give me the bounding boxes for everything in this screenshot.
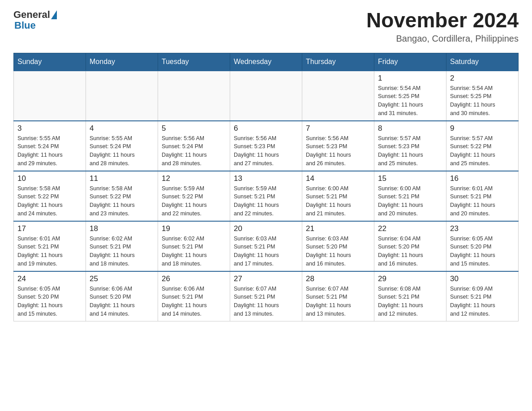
- day-info: Sunrise: 5:58 AM Sunset: 5:22 PM Dayligh…: [90, 184, 154, 218]
- calendar-week-row: 3Sunrise: 5:55 AM Sunset: 5:24 PM Daylig…: [14, 121, 519, 171]
- logo: General Blue: [13, 9, 57, 31]
- day-info: Sunrise: 5:56 AM Sunset: 5:23 PM Dayligh…: [234, 134, 298, 168]
- day-number: 1: [378, 74, 442, 83]
- title-area: November 2024 Bangao, Cordillera, Philip…: [366, 9, 519, 44]
- calendar-day-header: Friday: [374, 53, 446, 71]
- day-info: Sunrise: 6:08 AM Sunset: 5:21 PM Dayligh…: [378, 285, 442, 318]
- day-info: Sunrise: 5:56 AM Sunset: 5:23 PM Dayligh…: [306, 134, 370, 168]
- day-number: 12: [162, 174, 226, 183]
- day-info: Sunrise: 5:54 AM Sunset: 5:25 PM Dayligh…: [378, 84, 442, 118]
- day-number: 15: [378, 174, 442, 183]
- main-title: November 2024: [366, 9, 519, 32]
- subtitle: Bangao, Cordillera, Philippines: [366, 34, 519, 44]
- day-info: Sunrise: 6:00 AM Sunset: 5:21 PM Dayligh…: [378, 184, 442, 218]
- calendar-day-header: Saturday: [446, 53, 519, 71]
- day-number: 10: [17, 174, 82, 183]
- calendar-day-cell: 2Sunrise: 5:54 AM Sunset: 5:25 PM Daylig…: [446, 71, 519, 121]
- day-info: Sunrise: 6:09 AM Sunset: 5:21 PM Dayligh…: [450, 285, 515, 318]
- calendar-day-cell: 15Sunrise: 6:00 AM Sunset: 5:21 PM Dayli…: [374, 171, 446, 221]
- day-number: 26: [162, 274, 226, 283]
- calendar-day-cell: 4Sunrise: 5:55 AM Sunset: 5:24 PM Daylig…: [86, 121, 158, 171]
- day-info: Sunrise: 6:01 AM Sunset: 5:21 PM Dayligh…: [450, 184, 515, 218]
- calendar-day-cell: 3Sunrise: 5:55 AM Sunset: 5:24 PM Daylig…: [14, 121, 86, 171]
- day-number: 20: [234, 224, 298, 233]
- calendar-day-header: Monday: [86, 53, 158, 71]
- calendar-day-cell: 11Sunrise: 5:58 AM Sunset: 5:22 PM Dayli…: [86, 171, 158, 221]
- day-info: Sunrise: 6:04 AM Sunset: 5:20 PM Dayligh…: [378, 235, 442, 268]
- day-info: Sunrise: 5:59 AM Sunset: 5:21 PM Dayligh…: [234, 184, 298, 218]
- day-info: Sunrise: 6:02 AM Sunset: 5:21 PM Dayligh…: [162, 235, 226, 268]
- calendar-day-cell: 23Sunrise: 6:05 AM Sunset: 5:20 PM Dayli…: [446, 221, 519, 271]
- day-info: Sunrise: 6:05 AM Sunset: 5:20 PM Dayligh…: [17, 285, 82, 318]
- day-number: 27: [234, 274, 298, 283]
- calendar-day-cell: 19Sunrise: 6:02 AM Sunset: 5:21 PM Dayli…: [158, 221, 230, 271]
- calendar-day-cell: 26Sunrise: 6:06 AM Sunset: 5:21 PM Dayli…: [158, 271, 230, 321]
- calendar-day-header: Thursday: [302, 53, 374, 71]
- day-info: Sunrise: 5:55 AM Sunset: 5:24 PM Dayligh…: [90, 134, 154, 168]
- day-number: 30: [450, 274, 515, 283]
- day-number: 24: [17, 274, 82, 283]
- day-number: 18: [90, 224, 154, 233]
- calendar-day-cell: 5Sunrise: 5:56 AM Sunset: 5:24 PM Daylig…: [158, 121, 230, 171]
- calendar-day-cell: [230, 71, 302, 121]
- day-number: 2: [450, 74, 515, 83]
- calendar-day-cell: 18Sunrise: 6:02 AM Sunset: 5:21 PM Dayli…: [86, 221, 158, 271]
- day-number: 29: [378, 274, 442, 283]
- calendar-day-cell: 7Sunrise: 5:56 AM Sunset: 5:23 PM Daylig…: [302, 121, 374, 171]
- day-number: 23: [450, 224, 515, 233]
- day-number: 13: [234, 174, 298, 183]
- calendar-day-cell: 24Sunrise: 6:05 AM Sunset: 5:20 PM Dayli…: [14, 271, 86, 321]
- day-number: 6: [234, 124, 298, 133]
- calendar-day-cell: [14, 71, 86, 121]
- calendar-day-cell: 16Sunrise: 6:01 AM Sunset: 5:21 PM Dayli…: [446, 171, 519, 221]
- day-info: Sunrise: 6:03 AM Sunset: 5:21 PM Dayligh…: [234, 235, 298, 268]
- calendar-day-cell: 8Sunrise: 5:57 AM Sunset: 5:23 PM Daylig…: [374, 121, 446, 171]
- day-info: Sunrise: 5:57 AM Sunset: 5:22 PM Dayligh…: [450, 134, 515, 168]
- day-number: 25: [90, 274, 154, 283]
- day-number: 8: [378, 124, 442, 133]
- day-number: 22: [378, 224, 442, 233]
- calendar-week-row: 1Sunrise: 5:54 AM Sunset: 5:25 PM Daylig…: [14, 71, 519, 121]
- day-info: Sunrise: 5:55 AM Sunset: 5:24 PM Dayligh…: [17, 134, 82, 168]
- logo-general-text: General: [13, 9, 50, 21]
- day-info: Sunrise: 5:56 AM Sunset: 5:24 PM Dayligh…: [162, 134, 226, 168]
- calendar-day-cell: [302, 71, 374, 121]
- day-info: Sunrise: 6:00 AM Sunset: 5:21 PM Dayligh…: [306, 184, 370, 218]
- calendar-day-cell: 20Sunrise: 6:03 AM Sunset: 5:21 PM Dayli…: [230, 221, 302, 271]
- calendar-day-header: Wednesday: [230, 53, 302, 71]
- calendar-week-row: 17Sunrise: 6:01 AM Sunset: 5:21 PM Dayli…: [14, 221, 519, 271]
- day-info: Sunrise: 6:07 AM Sunset: 5:21 PM Dayligh…: [306, 285, 370, 318]
- day-info: Sunrise: 6:03 AM Sunset: 5:20 PM Dayligh…: [306, 235, 370, 268]
- calendar-day-cell: [158, 71, 230, 121]
- day-number: 7: [306, 124, 370, 133]
- calendar-day-cell: 9Sunrise: 5:57 AM Sunset: 5:22 PM Daylig…: [446, 121, 519, 171]
- calendar-day-cell: 28Sunrise: 6:07 AM Sunset: 5:21 PM Dayli…: [302, 271, 374, 321]
- day-number: 19: [162, 224, 226, 233]
- day-number: 17: [17, 224, 82, 233]
- logo-blue-text: Blue: [14, 20, 36, 31]
- calendar-day-cell: 25Sunrise: 6:06 AM Sunset: 5:20 PM Dayli…: [86, 271, 158, 321]
- calendar-day-cell: 29Sunrise: 6:08 AM Sunset: 5:21 PM Dayli…: [374, 271, 446, 321]
- day-number: 21: [306, 224, 370, 233]
- calendar-day-cell: 6Sunrise: 5:56 AM Sunset: 5:23 PM Daylig…: [230, 121, 302, 171]
- page-header: General Blue November 2024 Bangao, Cordi…: [13, 9, 519, 44]
- day-info: Sunrise: 5:58 AM Sunset: 5:22 PM Dayligh…: [17, 184, 82, 218]
- day-number: 5: [162, 124, 226, 133]
- day-info: Sunrise: 6:01 AM Sunset: 5:21 PM Dayligh…: [17, 235, 82, 268]
- calendar-day-cell: 13Sunrise: 5:59 AM Sunset: 5:21 PM Dayli…: [230, 171, 302, 221]
- calendar-day-cell: 27Sunrise: 6:07 AM Sunset: 5:21 PM Dayli…: [230, 271, 302, 321]
- day-number: 16: [450, 174, 515, 183]
- calendar-day-header: Tuesday: [158, 53, 230, 71]
- calendar-day-cell: [86, 71, 158, 121]
- calendar-day-cell: 10Sunrise: 5:58 AM Sunset: 5:22 PM Dayli…: [14, 171, 86, 221]
- day-info: Sunrise: 6:07 AM Sunset: 5:21 PM Dayligh…: [234, 285, 298, 318]
- calendar-week-row: 10Sunrise: 5:58 AM Sunset: 5:22 PM Dayli…: [14, 171, 519, 221]
- day-number: 4: [90, 124, 154, 133]
- day-info: Sunrise: 6:06 AM Sunset: 5:21 PM Dayligh…: [162, 285, 226, 318]
- day-number: 14: [306, 174, 370, 183]
- calendar-day-cell: 21Sunrise: 6:03 AM Sunset: 5:20 PM Dayli…: [302, 221, 374, 271]
- calendar-day-cell: 22Sunrise: 6:04 AM Sunset: 5:20 PM Dayli…: [374, 221, 446, 271]
- day-number: 28: [306, 274, 370, 283]
- day-info: Sunrise: 5:57 AM Sunset: 5:23 PM Dayligh…: [378, 134, 442, 168]
- calendar-header-row: SundayMondayTuesdayWednesdayThursdayFrid…: [14, 53, 519, 71]
